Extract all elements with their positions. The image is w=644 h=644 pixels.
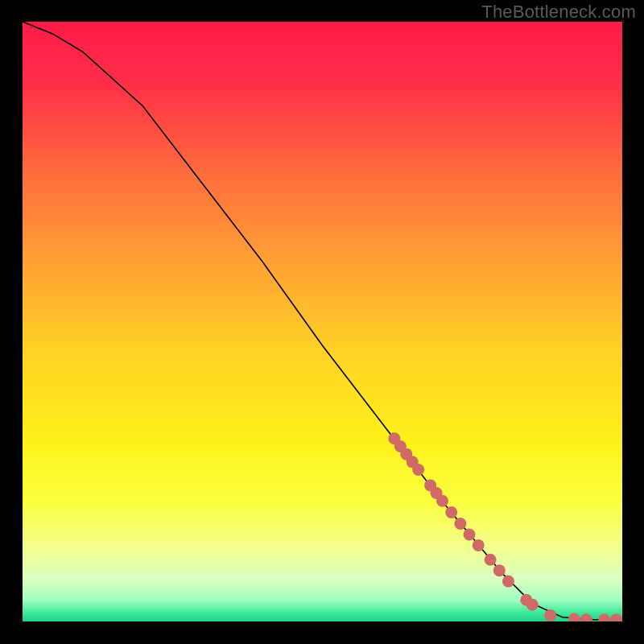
data-marker bbox=[473, 539, 485, 551]
data-marker bbox=[493, 564, 506, 576]
data-marker bbox=[526, 599, 539, 611]
data-marker bbox=[454, 518, 466, 530]
data-marker bbox=[412, 464, 424, 476]
chart-frame: TheBottleneck.com bbox=[0, 0, 644, 644]
data-marker bbox=[502, 576, 514, 588]
data-marker bbox=[436, 495, 448, 507]
plot-area bbox=[23, 22, 622, 621]
watermark-text: TheBottleneck.com bbox=[481, 2, 636, 23]
chart-svg bbox=[23, 22, 622, 621]
data-marker bbox=[544, 609, 556, 621]
data-marker bbox=[445, 506, 457, 518]
data-marker bbox=[485, 554, 497, 566]
data-marker bbox=[464, 528, 476, 540]
gradient-background bbox=[23, 22, 622, 621]
